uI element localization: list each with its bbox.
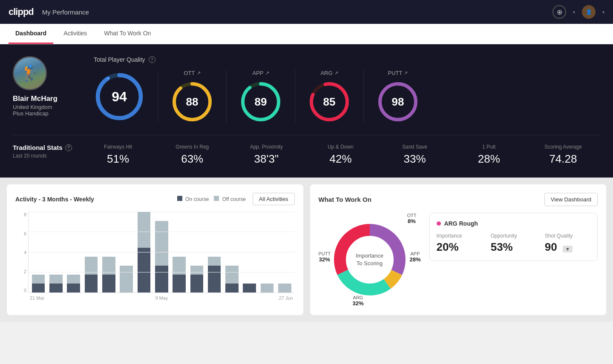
chart-header: Activity - 3 Months - Weekly On course O… [15, 193, 295, 205]
bar-group [153, 212, 170, 292]
bar-off-course [208, 257, 221, 266]
bar-group [101, 212, 117, 292]
stat-1putt-value: 28% [452, 152, 526, 166]
arg-metrics: Importance 20% Opportunity 53% Shot Qual… [437, 233, 591, 254]
stat-sand-label: Sand Save [378, 144, 452, 150]
bar-group [242, 212, 258, 292]
stat-fairways-hit-value: 51% [81, 152, 155, 166]
donut-label-app: APP 28% [409, 251, 420, 263]
bar-on-course [32, 284, 45, 292]
main-score-card: 94 [94, 71, 158, 122]
wtwon-header: What To Work On View Dashboard [319, 193, 598, 206]
grid-line-6 [29, 232, 295, 232]
bar-on-course [208, 266, 221, 292]
chart-area: 8 6 4 2 0 21 Mar 9 May 27 Jun [15, 212, 295, 301]
tab-dashboard[interactable]: Dashboard [9, 24, 53, 44]
arg-rough-dot [437, 221, 441, 226]
hero-section: Blair McHarg United Kingdom Plus Handica… [0, 44, 613, 178]
ott-score-value: 88 [186, 95, 199, 109]
stat-app-prox-label: App. Proximity [229, 144, 303, 150]
quality-section: Total Player Quality ? 94 [94, 56, 600, 123]
arg-rough-card: ARG Rough Importance 20% Opportunity 53%… [429, 213, 598, 261]
nav-left: clippd My Performance [9, 6, 89, 17]
bar-group [224, 212, 240, 292]
x-axis-labels: 21 Mar 9 May 27 Jun [28, 293, 295, 301]
stat-app-proximity: App. Proximity 38'3" [229, 144, 303, 166]
tab-what-to-work-on[interactable]: What To Work On [97, 24, 158, 44]
app-arrow: ↗ [265, 70, 269, 76]
traditional-stats: Traditional Stats ? Last 20 rounds Fairw… [13, 135, 600, 166]
player-info: Blair McHarg United Kingdom Plus Handica… [13, 56, 81, 117]
bar-off-course [120, 266, 133, 292]
ott-score-card: OTT ↗ 88 [158, 70, 227, 123]
avatar[interactable]: 👤 [582, 5, 596, 19]
shot-quality-badge: ▼ [563, 246, 573, 252]
ott-ring: 88 [171, 80, 213, 123]
tab-activities[interactable]: Activities [57, 24, 94, 44]
quality-header: Total Player Quality ? [94, 56, 600, 63]
bar-off-course [225, 266, 239, 284]
shot-quality-value: 90 ▼ [545, 241, 590, 254]
nav-title: My Performance [42, 9, 89, 16]
bar-on-course [225, 284, 239, 292]
all-activities-button[interactable]: All Activities [253, 193, 295, 205]
donut-label-putt: PUTT 32% [319, 251, 331, 263]
stat-updown-label: Up & Down [303, 144, 377, 150]
bottom-panels: Activity - 3 Months - Weekly On course O… [0, 178, 613, 322]
bar-group [171, 212, 187, 292]
putt-score-value: 98 [392, 95, 404, 109]
player-section: Blair McHarg United Kingdom Plus Handica… [13, 56, 600, 123]
player-avatar-image [14, 57, 46, 89]
ott-arrow: ↗ [197, 70, 201, 76]
bar-group [118, 212, 134, 292]
quality-scores: 94 OTT ↗ 88 [94, 70, 600, 123]
add-button[interactable]: ⊕ [553, 5, 566, 19]
arg-label: ARG ↗ [320, 70, 338, 76]
logo: clippd [9, 6, 34, 17]
bar-off-course [49, 275, 63, 284]
add-chevron: ▾ [573, 10, 575, 14]
stat-app-prox-value: 38'3" [229, 152, 303, 166]
trad-stats-label: Traditional Stats ? Last 20 rounds [13, 144, 81, 159]
stat-greens-label: Greens In Reg [155, 144, 229, 150]
arg-arrow: ↗ [334, 70, 338, 76]
wtwon-title: What To Work On [319, 196, 371, 203]
stat-scoring-label: Scoring Average [526, 144, 600, 150]
stat-updown-value: 42% [303, 152, 377, 166]
bar-off-course [261, 284, 274, 292]
wtwon-content: Importance To Scoring OTT 8% APP 28% ARG [319, 213, 598, 307]
player-country: United Kingdom [13, 104, 81, 110]
arg-score-value: 85 [323, 95, 336, 109]
view-dashboard-button[interactable]: View Dashboard [544, 193, 598, 206]
stat-1putt-label: 1 Putt [452, 144, 526, 150]
donut-center-text: Importance To Scoring [327, 217, 412, 302]
donut-label-arg: ARG 32% [353, 295, 364, 307]
legend-on-course-dot [177, 196, 182, 201]
stat-fairways-hit: Fairways Hit 51% [81, 144, 155, 166]
chart-controls: On course Off course All Activities [177, 193, 295, 205]
total-quality-ring: 94 [94, 71, 145, 122]
legend-off-course-dot [214, 196, 219, 201]
player-avatar [13, 56, 47, 90]
trad-stats-help-icon[interactable]: ? [65, 144, 72, 151]
legend-off-course: Off course [214, 196, 245, 202]
donut-chart-wrapper: Importance To Scoring OTT 8% APP 28% ARG [319, 213, 421, 307]
bar-group [83, 212, 99, 292]
legend-on-course: On course [177, 196, 209, 202]
grid-line-8 [29, 212, 295, 212]
quality-help-icon[interactable]: ? [149, 56, 155, 63]
player-handicap: Plus Handicap [13, 110, 81, 117]
app-label: APP ↗ [252, 70, 269, 76]
bar-group [30, 212, 46, 292]
putt-score-card: PUTT ↗ 98 [364, 70, 432, 123]
x-label-3: 27 Jun [279, 295, 293, 301]
bar-off-course [190, 266, 204, 275]
stats-grid: Fairways Hit 51% Greens In Reg 63% App. … [81, 144, 600, 166]
total-score-value: 94 [112, 89, 127, 104]
bar-group [189, 212, 205, 292]
bar-on-course [85, 275, 98, 292]
bar-off-course [138, 212, 151, 248]
stat-up-and-down: Up & Down 42% [303, 144, 377, 166]
bar-group [66, 212, 82, 292]
nav-right: ⊕ ▾ 👤 ▾ [553, 5, 604, 19]
